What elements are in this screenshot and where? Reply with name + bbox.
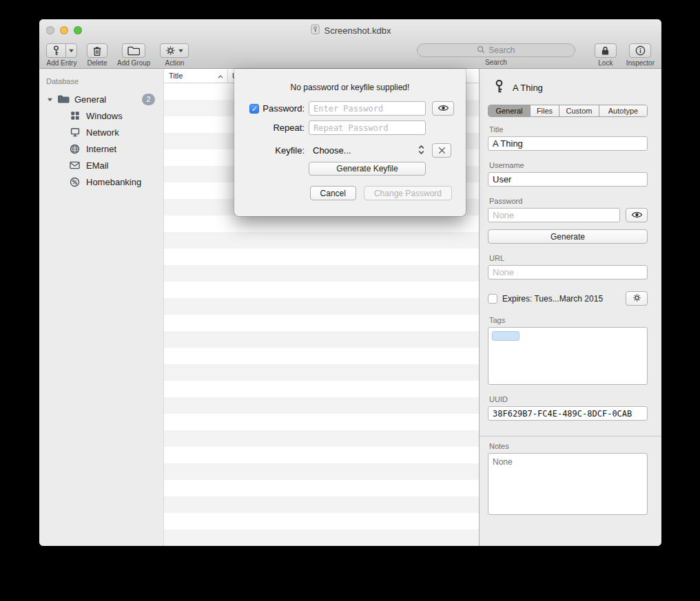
folder-icon (56, 94, 70, 104)
generate-password-button[interactable]: Generate (488, 229, 648, 244)
eye-icon (438, 103, 449, 115)
toolbar-item-add-group: Add Group (117, 43, 150, 67)
tab-files[interactable]: Files (530, 105, 559, 116)
tags-input[interactable] (488, 327, 648, 385)
document-icon (310, 24, 320, 36)
keyfile-popup-value: Choose... (313, 145, 351, 156)
add-entry-label: Add Entry (47, 59, 77, 67)
toolbar-item-action: Action (160, 43, 189, 67)
folder-icon (127, 46, 140, 56)
tags-label: Tags (489, 316, 646, 324)
section-divider (480, 436, 661, 436)
sidebar-item-label: Windows (86, 111, 123, 121)
sidebar-item-internet[interactable]: Internet (39, 140, 163, 157)
url-field-label: URL (489, 254, 646, 262)
dialog-repeat-input[interactable] (309, 120, 426, 135)
entry-title: A Thing (513, 83, 543, 93)
toolbar-item-search: Search Search (417, 43, 575, 66)
percent-coin-icon (68, 177, 81, 187)
entry-header: A Thing (488, 77, 648, 105)
reveal-password-button[interactable] (626, 208, 648, 222)
generate-keyfile-button[interactable]: Generate Keyfile (309, 162, 426, 176)
change-password-dialog: No password or keyfile supplied! ✓ Passw… (234, 69, 466, 216)
sidebar-item-email[interactable]: EMail (39, 157, 163, 173)
sidebar-item-windows[interactable]: Windows (39, 107, 163, 124)
expires-label: Expires: Tues...March 2015 (502, 294, 621, 304)
zoom-button[interactable] (74, 26, 82, 34)
trash-icon (92, 45, 102, 56)
change-password-button[interactable]: Change Password (364, 186, 452, 200)
sidebar-item-general[interactable]: General 2 (39, 91, 163, 107)
window-title-text: Screenshot.kdbx (325, 25, 391, 36)
inspector-button[interactable] (629, 43, 651, 58)
search-input[interactable]: Search (417, 43, 575, 57)
column-header-title[interactable]: Title (164, 69, 228, 83)
inspector-tabs: General Files Custom Autotype (488, 105, 648, 117)
title-field-label: Title (489, 125, 646, 134)
add-group-label: Add Group (117, 59, 150, 67)
sidebar-item-label: Homebanking (86, 177, 141, 187)
tab-general[interactable]: General (488, 105, 530, 116)
gear-icon (632, 293, 641, 305)
padlock-icon (601, 45, 610, 56)
uuid-field[interactable] (488, 406, 648, 421)
uuid-label: UUID (489, 395, 646, 403)
close-button[interactable] (46, 26, 54, 34)
dialog-reveal-password-button[interactable] (432, 101, 454, 116)
disclosure-triangle-icon[interactable] (45, 96, 54, 103)
titlebar: Screenshot.kdbx (39, 19, 661, 41)
password-checkbox[interactable]: ✓ (249, 104, 259, 114)
traffic-lights (46, 26, 82, 34)
globe-icon (68, 144, 81, 154)
info-icon (635, 45, 646, 56)
add-group-button[interactable] (122, 43, 145, 58)
password-field-label: Password (489, 197, 646, 205)
tab-autotype[interactable]: Autotype (599, 105, 647, 116)
inspector-panel: A Thing General Files Custom Autotype Ti… (479, 69, 661, 546)
notes-label: Notes (489, 442, 646, 450)
username-field[interactable] (488, 172, 648, 187)
dialog-keyfile-label: Keyfile: (275, 145, 305, 156)
keyfile-clear-button[interactable] (432, 143, 451, 158)
sidebar-item-label: Network (86, 127, 119, 138)
sidebar-item-label: EMail (86, 160, 109, 171)
windows-icon (68, 111, 81, 120)
password-field[interactable] (488, 208, 620, 222)
monitor-icon (68, 127, 81, 137)
delete-button[interactable] (87, 43, 107, 58)
dialog-password-label: Password: (262, 103, 305, 114)
column-title-label: Title (169, 72, 183, 80)
title-field[interactable] (488, 136, 648, 151)
x-icon (438, 145, 446, 157)
toolbar-item-inspector: Inspector (626, 43, 655, 67)
inspector-label: Inspector (626, 59, 655, 67)
action-dropdown-arrow-icon (178, 49, 183, 52)
popup-chevrons-icon (418, 145, 424, 157)
sidebar-item-network[interactable]: Network (39, 124, 163, 140)
lock-label: Lock (598, 59, 612, 67)
sidebar: Database General 2 Windows (39, 69, 163, 546)
toolbar: Add Entry Delete Add Group (39, 41, 661, 69)
tab-custom[interactable]: Custom (559, 105, 599, 116)
expires-checkbox[interactable] (488, 294, 497, 304)
expires-options-button[interactable] (626, 291, 648, 306)
dialog-repeat-label: Repeat: (273, 123, 305, 133)
add-entry-dropdown-arrow-icon[interactable] (65, 44, 76, 57)
tag-token[interactable] (492, 331, 519, 341)
app-window: Screenshot.kdbx Add Entry Delete (39, 19, 661, 546)
url-field[interactable] (488, 265, 648, 280)
username-field-label: Username (489, 161, 646, 169)
sidebar-item-homebanking[interactable]: Homebanking (39, 173, 163, 190)
dialog-password-input[interactable] (309, 101, 426, 116)
lock-button[interactable] (595, 43, 617, 58)
minimize-button[interactable] (60, 26, 68, 34)
cancel-button[interactable]: Cancel (310, 186, 356, 200)
keyfile-popup[interactable]: Choose... (309, 145, 426, 157)
sidebar-item-label: General (74, 94, 106, 105)
notes-field[interactable] (488, 453, 648, 515)
action-button[interactable] (160, 43, 189, 58)
key-icon (47, 44, 65, 57)
add-entry-button[interactable] (46, 43, 77, 58)
search-placeholder: Search (488, 45, 515, 55)
envelope-icon (68, 161, 81, 169)
